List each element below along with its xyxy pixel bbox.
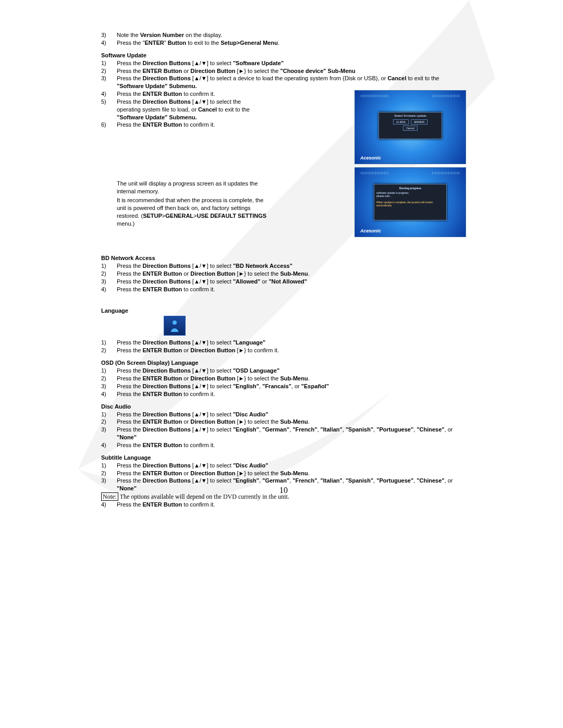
dialog-title: Select firmware update	[379, 113, 442, 119]
list-item: 2)Press the ENTER Button or Direction Bu…	[101, 270, 466, 278]
list-item: 1)Press the Direction Buttons [▲/▼] to s…	[101, 262, 466, 270]
list-item: 1)Press the Direction Buttons [▲/▼] to s…	[101, 411, 466, 418]
heading-language: Language	[101, 307, 466, 314]
list-item: 3)Press the Direction Buttons [▲/▼] to s…	[101, 75, 466, 90]
list-item: 2)Press the ENTER Button or Direction Bu…	[101, 375, 466, 382]
fw-option-2: 6D#2600	[411, 119, 427, 125]
page-number: 10	[101, 486, 466, 495]
fw-cancel: Cancel	[403, 126, 418, 131]
heading-subtitle-language: Subtitle Language	[101, 454, 466, 461]
progress-para-2: It is recommended that when the process …	[117, 196, 268, 227]
list-item: 1)Press the Direction Buttons [▲/▼] to s…	[101, 339, 466, 347]
list-item: 4)Press the ENTER Button to confirm it.	[101, 90, 348, 98]
list-item: 2)Press the ENTER Button or Direction Bu…	[101, 347, 466, 354]
progress-dialog: Burning progress software update in prog…	[374, 184, 447, 220]
heading-software-update: Software Update	[101, 52, 466, 58]
heading-bd-network: BD Network Access	[101, 255, 466, 261]
progress-line1: Burning progress	[376, 187, 444, 190]
intro-list: 3)Note the Version Number on the display…	[101, 31, 466, 47]
heading-disc-audio: Disc Audio	[101, 403, 466, 410]
progress-para-1: The unit will display a progress screen …	[117, 180, 268, 195]
subtitle-language-final: 4)Press the ENTER Button to confirm it.	[101, 501, 466, 509]
language-list: 1)Press the Direction Buttons [▲/▼] to s…	[101, 339, 466, 354]
list-item: 1)Press the Direction Buttons [▲/▼] to s…	[101, 59, 466, 67]
list-item: 2)Press the ENTER Button or Direction Bu…	[101, 67, 466, 75]
list-item: 3)Note the Version Number on the display…	[101, 31, 466, 39]
brand-logo: Acesonic	[360, 155, 381, 161]
heading-osd-language: OSD (On Screen Display) Language	[101, 360, 466, 366]
language-icon-wrap	[101, 316, 466, 336]
list-item: 2)Press the ENTER Button or Direction Bu…	[101, 470, 466, 477]
software-update-list: 1)Press the Direction Buttons [▲/▼] to s…	[101, 59, 466, 90]
list-item: 3)Press the Direction Buttons [▲/▼] to s…	[101, 426, 466, 441]
content-area: 3)Note the Version Number on the display…	[101, 31, 466, 509]
brand-logo: Acesonic	[360, 228, 381, 233]
list-item: 4)Press the "ENTER" Button to exit to th…	[101, 39, 466, 47]
fw-option-1: 11.6016	[393, 119, 409, 125]
page: 3)Note the Version Number on the display…	[0, 0, 563, 728]
osd-language-list: 1)Press the Direction Buttons [▲/▼] to s…	[101, 367, 466, 398]
list-item: 5)Press the Direction Buttons [▲/▼] to s…	[101, 98, 348, 121]
svg-point-0	[173, 320, 177, 325]
list-item: 4)Press the ENTER Button to confirm it.	[101, 286, 466, 293]
list-item: 2)Press the ENTER Button or Direction Bu…	[101, 418, 466, 426]
list-item: 1)Press the Direction Buttons [▲/▼] to s…	[101, 462, 466, 470]
screenshot-progress: ◁◁◁◁◁◁◁◁◁ ▷▷▷▷▷▷▷▷▷ Burning progress sof…	[354, 167, 466, 237]
screenshot-firmware-select: ◁◁◁◁◁◁◁◁◁ ▷▷▷▷▷▷▷▷▷ Select firmware upda…	[354, 90, 466, 237]
list-item: 4)Press the ENTER Button to confirm it.	[101, 501, 466, 509]
language-person-icon	[164, 316, 186, 336]
list-item: 6)Press the ENTER Button to confirm it.	[101, 121, 348, 129]
list-item: 4)Press the ENTER Button to confirm it.	[101, 390, 466, 398]
list-item: 3)Press the Direction Buttons [▲/▼] to s…	[101, 278, 466, 286]
progress-line3: please wait...	[376, 194, 444, 198]
list-item: 3)Press the Direction Buttons [▲/▼] to s…	[101, 382, 466, 390]
chevron-right-icon: ▷▷▷▷▷▷▷▷▷	[432, 94, 460, 98]
firmware-select-image: ◁◁◁◁◁◁◁◁◁ ▷▷▷▷▷▷▷▷▷ Select firmware upda…	[354, 90, 466, 164]
chevron-left-icon: ◁◁◁◁◁◁◁◁◁	[360, 171, 388, 175]
list-item: 1)Press the Direction Buttons [▲/▼] to s…	[101, 367, 466, 375]
chevron-right-icon: ▷▷▷▷▷▷▷▷▷	[432, 171, 460, 175]
bd-network-list: 1)Press the Direction Buttons [▲/▼] to s…	[101, 262, 466, 293]
disc-audio-list: 1)Press the Direction Buttons [▲/▼] to s…	[101, 411, 466, 449]
list-item: 4)Press the ENTER Button to confirm it.	[101, 441, 466, 449]
progress-line4: When update is complete, the product wil…	[376, 201, 444, 207]
chevron-left-icon: ◁◁◁◁◁◁◁◁◁	[360, 94, 388, 98]
firmware-dialog: Select firmware update 11.6016 6D#2600 C…	[378, 112, 442, 139]
